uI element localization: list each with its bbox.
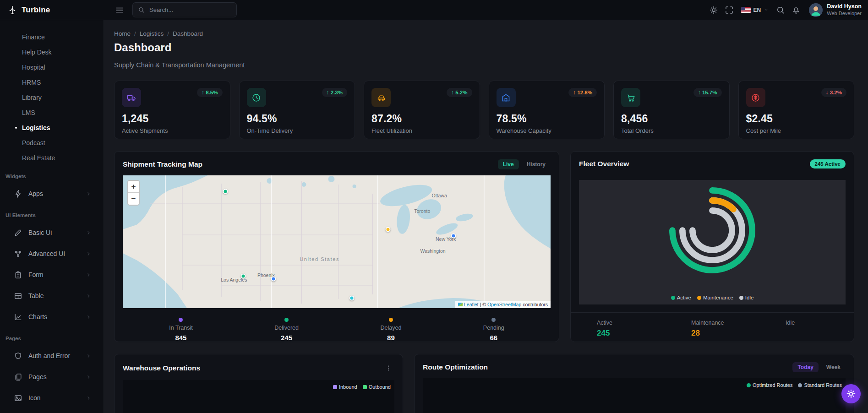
sidebar-item-hospital[interactable]: Hospital [0, 60, 104, 75]
status-dot [284, 318, 289, 322]
breadcrumb: Home / Logistics / Dashboard [114, 30, 854, 37]
sidebar-item-basic-ui[interactable]: Basic Ui [0, 222, 104, 243]
stat-delta-badge: ↑ 15.7% [693, 88, 722, 97]
sidebar-item-label: Pages [28, 373, 47, 380]
route-tab-week[interactable]: Week [821, 362, 846, 372]
warehouse-operations-card: Warehouse Operations Inbound Outbound [114, 354, 403, 413]
sidebar-item-pages[interactable]: Pages [0, 366, 104, 387]
settings-gear-button[interactable] [841, 384, 861, 403]
sidebar-item-lms[interactable]: LMS [0, 105, 104, 120]
sidebar-item-table[interactable]: Table [0, 285, 104, 306]
sidebar-item-charts[interactable]: Charts [0, 306, 104, 327]
brand[interactable]: Turbine [0, 5, 104, 15]
sidebar-item-logistics[interactable]: Logistics [0, 120, 104, 135]
map-stat-label: In Transit [169, 325, 192, 331]
sidebar-item-library[interactable]: Library [0, 90, 104, 105]
sidebar-item-help-desk[interactable]: Help Desk [0, 44, 104, 60]
stat-value: 78.5% [497, 113, 597, 125]
legend-label: Inbound [339, 384, 357, 390]
sidebar-item-advanced-ui[interactable]: Advanced UI [0, 243, 104, 264]
osm-link[interactable]: OpenStreetMap [487, 302, 521, 307]
attribution-tail: contributors [523, 302, 548, 307]
map-tab-history[interactable]: History [522, 159, 551, 169]
stat-value: 8,456 [621, 113, 722, 125]
leaflet-link[interactable]: Leaflet [464, 302, 479, 307]
fleet-stat-value: 245 [597, 329, 639, 338]
shipment-marker[interactable] [271, 277, 276, 282]
nodes-icon [14, 250, 22, 258]
shipment-marker[interactable] [386, 227, 391, 232]
stat-card-active-shipments: ↑ 8.5% 1,245 Active Shipments [114, 81, 230, 139]
sidebar-item-apps[interactable]: Apps [0, 183, 104, 204]
user-menu[interactable]: David Hyson Web Developer [809, 3, 862, 17]
sidebar-item-form[interactable]: Form [0, 264, 104, 285]
map-attribution: Leaflet | © OpenStreetMap contributors [455, 301, 551, 308]
map-stat-label: Pending [483, 325, 504, 331]
sidebar-item-icon[interactable]: Icon [0, 387, 104, 408]
main-content: Home / Logistics / Dashboard Dashboard S… [104, 20, 868, 413]
card-title: Fleet Overview [579, 160, 629, 168]
breadcrumb-home[interactable]: Home [114, 30, 131, 37]
fullscreen-icon[interactable] [722, 3, 737, 17]
chevron-right-icon [86, 293, 92, 299]
sidebar-item-label: Auth and Error [28, 352, 70, 359]
breadcrumb-logistics[interactable]: Logistics [140, 30, 164, 37]
chevron-right-icon [86, 314, 92, 320]
legend-dot [747, 383, 751, 387]
search-box[interactable] [132, 2, 237, 17]
map-stat-delayed: Delayed 89 [380, 318, 401, 342]
map-stat-value: 245 [281, 334, 292, 342]
chevron-right-icon [86, 374, 92, 380]
language-selector[interactable]: EN [737, 7, 773, 13]
route-tab-today[interactable]: Today [792, 362, 818, 372]
sidebar-item-finance[interactable]: Finance [0, 29, 104, 44]
page-title: Dashboard [114, 41, 854, 54]
kebab-menu-icon[interactable] [382, 362, 394, 374]
status-dot [179, 318, 183, 322]
active-bullet [15, 127, 17, 129]
legend-label: Maintenance [703, 295, 733, 300]
shipment-marker[interactable] [451, 234, 456, 239]
sidebar-item-auth-and-error[interactable]: Auth and Error [0, 345, 104, 366]
stat-label: Fleet Utilization [371, 127, 472, 134]
legend-item-idle: Idle [739, 295, 754, 300]
sidebar-item-label: Icon [28, 394, 40, 402]
sidebar-item-hrms[interactable]: HRMS [0, 75, 104, 90]
zoom-out-button[interactable]: − [128, 193, 139, 205]
status-dot [389, 318, 393, 322]
breadcrumb-separator: / [134, 30, 136, 37]
notifications-bell-icon[interactable] [789, 3, 803, 17]
fleet-stat-label: Active [597, 320, 639, 326]
stat-card-warehouse-capacity: ↑ 12.8% 78.5% Warehouse Capacity [489, 81, 605, 139]
leaflet-map[interactable]: Ottawa Toronto New York Washington Unite… [123, 175, 551, 308]
chevron-down-icon [764, 7, 769, 12]
shipment-marker[interactable] [349, 296, 354, 301]
chevron-right-icon [86, 395, 92, 401]
legend-label: Outbound [369, 384, 391, 390]
stat-label: On-Time Delivery [247, 127, 348, 134]
clock-icon [247, 88, 266, 107]
search-input[interactable] [148, 6, 231, 14]
sidebar-item-label: Logistics [22, 124, 50, 131]
map-tab-live[interactable]: Live [498, 159, 519, 169]
fleet-stat-active: Active 245 [571, 320, 665, 338]
sidebar-item-podcast[interactable]: Podcast [0, 135, 104, 150]
map-stat-pending: Pending 66 [483, 318, 504, 342]
turbine-logo-icon [7, 5, 17, 15]
fleet-stats-row: Active 245 Maintenance 28 Idle [571, 313, 854, 338]
legend-item-standard-routes: Standard Routes [798, 382, 842, 388]
shipment-marker[interactable] [241, 274, 246, 279]
shipment-marker[interactable] [223, 189, 228, 194]
sidebar-item-real-estate[interactable]: Real Estate [0, 150, 104, 165]
zoom-in-button[interactable]: + [128, 181, 139, 193]
chevron-right-icon [86, 272, 92, 278]
menu-toggle-icon[interactable] [112, 3, 127, 17]
header-search-icon[interactable] [773, 3, 788, 17]
stat-delta-badge: ↑ 8.5% [197, 88, 222, 97]
stat-label: Active Shipments [122, 127, 223, 134]
stat-value: 87.2% [371, 113, 472, 125]
user-role: Web Developer [827, 11, 862, 16]
theme-toggle-sun-icon[interactable] [706, 3, 721, 17]
map-graphic [123, 175, 551, 308]
stat-delta-badge: ↑ 5.2% [447, 88, 472, 97]
